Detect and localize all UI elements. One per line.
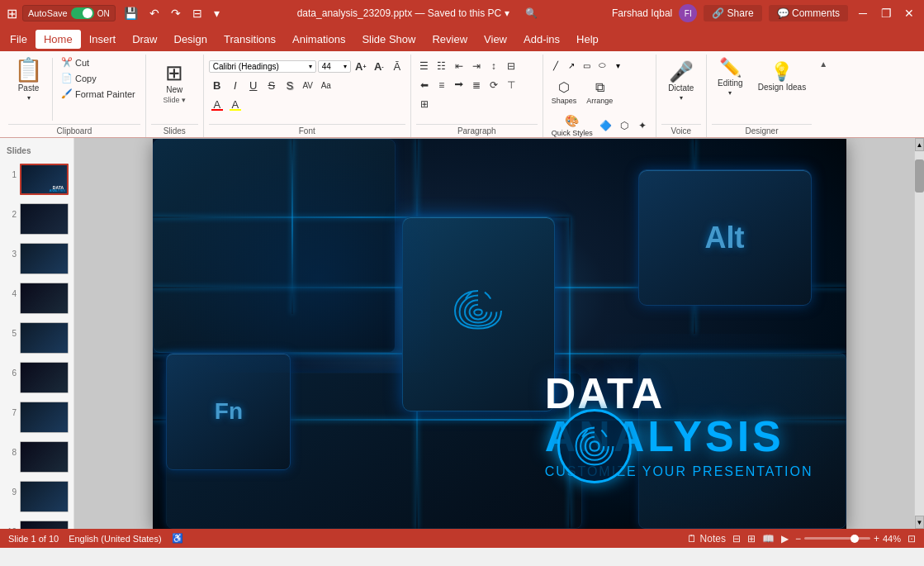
shape-effects-button[interactable]: ✦	[634, 117, 651, 134]
main-canvas[interactable]: Alt Fn DATA ANALYSIS CUSTOMIZE YOUR PRES…	[74, 138, 924, 529]
share-button[interactable]: 🔗 Share	[704, 5, 761, 21]
shape-arrow[interactable]: ↗	[564, 58, 579, 73]
slide-thumb-10[interactable]: 10	[3, 519, 70, 529]
shape-rect[interactable]: ▭	[580, 58, 595, 73]
slide-sorter-button[interactable]: ⊞	[747, 533, 756, 545]
new-slide-button[interactable]: ⊞ New Slide ▾	[154, 58, 194, 108]
menu-slideshow[interactable]: Slide Show	[353, 30, 424, 49]
editing-button[interactable]: ✏️ Editing ▾	[712, 55, 749, 101]
search-icon[interactable]: 🔍	[525, 7, 538, 19]
slide-thumb-1[interactable]: 1 DATA ANALYSIS	[3, 162, 70, 197]
cut-button[interactable]: ✂️ Cut	[56, 55, 140, 70]
align-right-button[interactable]: ⮕	[451, 77, 467, 93]
autosave-toggle-switch[interactable]	[71, 7, 94, 19]
customize-button[interactable]: ▾	[211, 5, 223, 21]
dictate-button[interactable]: 🎤 Dictate ▾	[661, 58, 701, 106]
columns-button[interactable]: ⊟	[503, 58, 519, 74]
smartart-button[interactable]: ⊞	[416, 96, 433, 112]
highlight-button[interactable]: A	[227, 96, 244, 112]
slide-thumb-3[interactable]: 3	[3, 241, 70, 276]
decrease-font-button[interactable]: A-	[371, 58, 387, 74]
glow-effect-1	[153, 139, 430, 373]
slide-thumb-5[interactable]: 5	[3, 321, 70, 355]
scroll-up-button[interactable]: ▲	[915, 138, 924, 151]
copy-button[interactable]: 📄 Copy	[56, 70, 140, 86]
arrange-button[interactable]: ⧉ Arrange	[583, 78, 616, 107]
comments-button[interactable]: 💬 Comments	[769, 5, 848, 21]
slideshow-button[interactable]: ▶	[781, 533, 789, 545]
menu-help[interactable]: Help	[568, 30, 607, 49]
text-direction-button[interactable]: ⟳	[486, 77, 502, 93]
slide-thumb-9[interactable]: 9	[3, 479, 70, 514]
menu-file[interactable]: File	[2, 30, 36, 49]
paste-button[interactable]: 📋 Paste ▾	[8, 55, 49, 106]
save-dropdown-icon[interactable]: ▾	[505, 7, 509, 19]
indent-increase-button[interactable]: ⇥	[468, 58, 485, 74]
line-spacing-button[interactable]: ↕	[486, 58, 502, 74]
scroll-thumb[interactable]	[915, 159, 924, 193]
shape-outline-button[interactable]: ⬡	[616, 117, 633, 134]
character-spacing-button[interactable]: AV	[300, 77, 316, 93]
slide-thumb-7[interactable]: 7	[3, 400, 70, 435]
increase-font-button[interactable]: A+	[353, 58, 369, 74]
shape-line[interactable]: ╱	[548, 58, 563, 73]
menu-design[interactable]: Design	[166, 30, 216, 49]
menu-draw[interactable]: Draw	[124, 30, 165, 49]
save-button[interactable]: 💾	[121, 5, 141, 21]
menu-addins[interactable]: Add-ins	[515, 30, 568, 49]
menu-review[interactable]: Review	[424, 30, 476, 49]
close-button[interactable]: ✕	[901, 7, 917, 20]
slide-thumb-8[interactable]: 8	[3, 440, 70, 474]
quick-styles-button[interactable]: 🎨 Quick Styles	[548, 112, 596, 140]
reading-view-button[interactable]: 📖	[762, 533, 775, 545]
new-slide-sub[interactable]: Slide ▾	[163, 96, 186, 104]
normal-view-button[interactable]: ⊟	[732, 533, 741, 545]
fit-slide-button[interactable]: ⊡	[907, 533, 916, 545]
font-size-dropdown[interactable]: 44 ▾	[318, 60, 351, 73]
redo-button[interactable]: ↷	[168, 5, 184, 21]
align-center-button[interactable]: ≡	[434, 77, 450, 93]
slide-thumb-2[interactable]: 2	[3, 202, 70, 236]
shape-fill-button[interactable]: 🔷	[598, 117, 614, 134]
menu-animations[interactable]: Animations	[284, 30, 353, 49]
shape-more[interactable]: ▾	[611, 58, 626, 73]
font-family-dropdown[interactable]: Calibri (Headings) ▾	[209, 60, 316, 73]
presentation-view-button[interactable]: ⊟	[189, 5, 206, 21]
numbering-button[interactable]: ☷	[434, 58, 450, 74]
autosave-toggle[interactable]: AutoSave ON	[22, 5, 116, 21]
shape-oval[interactable]: ⬭	[595, 58, 610, 73]
shapes-button[interactable]: ⬡ Shapes	[548, 77, 580, 107]
align-left-button[interactable]: ⬅	[416, 77, 433, 93]
align-text-button[interactable]: ⊤	[503, 77, 519, 93]
restore-button[interactable]: ❐	[878, 7, 894, 20]
clear-format-button[interactable]: Ā	[389, 58, 405, 74]
menu-view[interactable]: View	[476, 30, 515, 49]
slide-thumb-4[interactable]: 4	[3, 281, 70, 316]
bullets-button[interactable]: ☰	[416, 58, 433, 74]
underline-button[interactable]: U	[245, 77, 262, 93]
title-bar-center: data_analysis_23209.pptx — Saved to this…	[223, 7, 612, 19]
scroll-down-button[interactable]: ▼	[915, 516, 924, 529]
undo-button[interactable]: ↶	[146, 5, 163, 21]
strikethrough-button[interactable]: S	[263, 77, 280, 93]
zoom-in-button[interactable]: +	[874, 533, 879, 545]
menu-transitions[interactable]: Transitions	[216, 30, 284, 49]
indent-decrease-button[interactable]: ⇤	[451, 58, 467, 74]
italic-button[interactable]: I	[227, 77, 244, 93]
justify-button[interactable]: ≣	[468, 77, 485, 93]
zoom-slider[interactable]	[804, 537, 870, 540]
shadow-button[interactable]: S	[282, 77, 298, 93]
change-case-button[interactable]: Aa	[318, 77, 334, 93]
font-color-button[interactable]: A	[209, 96, 225, 112]
slide-thumb-6[interactable]: 6	[3, 360, 70, 395]
menu-insert[interactable]: Insert	[81, 30, 125, 49]
minimize-button[interactable]: ─	[855, 7, 871, 20]
menu-home[interactable]: Home	[36, 30, 81, 49]
bold-button[interactable]: B	[209, 77, 225, 93]
zoom-out-button[interactable]: −	[795, 533, 801, 545]
editing-arrow-icon: ▾	[728, 89, 732, 97]
notes-button[interactable]: 🗒 Notes	[687, 533, 726, 545]
design-ideas-button[interactable]: 💡 Design Ideas	[752, 55, 812, 100]
format-painter-button[interactable]: 🖌️ Format Painter	[56, 86, 140, 102]
ribbon-collapse-button[interactable]: ▲	[817, 58, 830, 70]
